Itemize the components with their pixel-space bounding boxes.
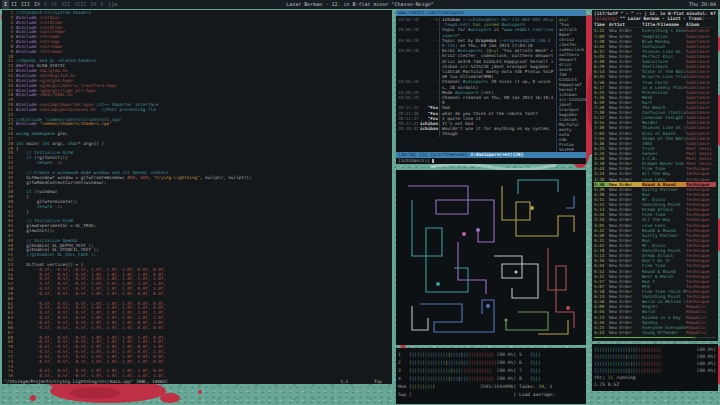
code-area[interactable]: 1//Standard C++/system headers2#include … bbox=[4, 11, 392, 379]
irc-client-window[interactable]: www.reddit.com/r/unixporn 19:56:18-->ich… bbox=[396, 10, 586, 164]
irc-message: 19:56:18--Topic set by Grapedpa (~Graped… bbox=[398, 38, 555, 48]
meter-row: 6[||| bbox=[519, 359, 584, 367]
meter-row: [|||||||||||||||||||||||||100.0%] bbox=[594, 360, 716, 367]
meter-row: 5[||| bbox=[519, 351, 584, 359]
irc-message: 19:56:18--Channel #unixporn: 29 nicks (1… bbox=[398, 79, 555, 89]
cpu-meters-5-8-partial: 5[|||6[|||7[|||8[|||Tasks: 59, 1Load ave… bbox=[516, 351, 584, 404]
meter-row: 4[||||||||||||||||||||||||||||||||100.0%… bbox=[398, 375, 516, 383]
cpu-meters-continued: [|||||||||||||||||||||||||100.0%][||||||… bbox=[594, 346, 716, 388]
cpu-meters-1-4: 1[||||||||||||||||||||||||||||||||100.0%… bbox=[398, 351, 516, 404]
status-bar: IIIIIIIVVVIVIIVIIIIXX []= Lazar Berman -… bbox=[0, 0, 720, 9]
meter-row: [|||||||||||||||||||||||||100.0%] bbox=[594, 367, 716, 374]
meter-row: 2[|||||||||||||||||||||||||||||||||100.0… bbox=[398, 359, 516, 367]
meter-row: [|||||||||||||||||||||||||100.0%] bbox=[594, 353, 716, 360]
meter-row: Mem[|||||||||2595/16049MB] bbox=[398, 383, 516, 391]
vim-statusline: "/Storage/Projects/Crying Lightning/src/… bbox=[2, 379, 392, 385]
playlist-column-headers: Time Artist Title/Filename Album bbox=[594, 22, 716, 29]
clock: Thu 20:04 bbox=[689, 0, 716, 9]
meter-row: 8[||| bbox=[519, 375, 584, 383]
meter-row: 3[|||||||||||||||||||||||||||||||100.0%] bbox=[398, 367, 516, 375]
irc-input-prefix: [ichiban(i)] bbox=[398, 158, 430, 164]
vim-editor-window[interactable]: 1//Standard C++/system headers2#include … bbox=[2, 10, 392, 384]
progress-elapsed bbox=[594, 337, 694, 338]
player-progressbar[interactable]: > bbox=[594, 335, 716, 340]
meter-row: 1[||||||||||||||||||||||||||||||||100.0%… bbox=[398, 351, 516, 359]
maze-art-window[interactable] bbox=[396, 170, 586, 345]
meter-row: [|||||||||||||||||||||||||100.0%] bbox=[594, 346, 716, 353]
meter-row: Swp[0/999MB] bbox=[398, 391, 516, 399]
col-album: Album bbox=[686, 22, 716, 28]
maze-art bbox=[398, 172, 584, 343]
now-playing-title: Lazar Berman - 12. in B-flat minor "Chas… bbox=[0, 0, 720, 9]
vim-filename: "/Storage/Projects/Crying Lightning/src/… bbox=[4, 379, 168, 385]
desktop: IIIIIIIVVVIVIIVIIIIXX []= Lazar Berman -… bbox=[0, 0, 720, 405]
col-artist: Artist bbox=[609, 22, 642, 28]
irc-chat: 19:56:18-->ichiban (~ichiban@host-067-13… bbox=[396, 16, 556, 152]
vim-cursor-position: 1,1 bbox=[340, 379, 348, 385]
irc-message: 19:56:19--Channel created on Thu, 08 Jan… bbox=[398, 95, 555, 105]
system-monitor-left-window[interactable]: 1[||||||||||||||||||||||||||||||||100.0%… bbox=[396, 348, 586, 404]
irc-input[interactable]: [ichiban(i)] bbox=[396, 158, 586, 164]
system-monitor-right-window[interactable]: [|||||||||||||||||||||||||100.0%][||||||… bbox=[592, 344, 718, 391]
vim-scroll-indicator: Top bbox=[374, 379, 382, 385]
wallpaper-graffiti-stroke bbox=[430, 164, 556, 170]
irc-message: 19:56:18-->ichiban (~ichiban@host-067-13… bbox=[398, 17, 555, 27]
progress-remaining bbox=[698, 337, 716, 338]
meter-row: 7[||| bbox=[519, 367, 584, 375]
irc-nicklist: @vyl"Foxastral5Bane"chris2c1esfer_codeoc… bbox=[556, 16, 586, 152]
progress-tip-icon: > bbox=[694, 335, 697, 340]
col-title: Title/Filename bbox=[642, 22, 686, 28]
irc-message: 19:56:18--Nicks #unixporn: [@vyl "Fox as… bbox=[398, 48, 555, 79]
music-player-window[interactable]: [117/SotP " - " -- | 12. in B-flat mino … bbox=[592, 10, 718, 341]
irc-message: 20:18:32ichibanWouldn't use it for anyth… bbox=[398, 126, 555, 136]
playlist[interactable]: 5:31New OrderEverything's Gone GSubstanc… bbox=[594, 28, 716, 335]
col-time: Time bbox=[594, 22, 609, 28]
text-cursor bbox=[432, 159, 435, 164]
irc-message: 19:56:18--Topic for #unixporn is "www.re… bbox=[398, 27, 555, 37]
